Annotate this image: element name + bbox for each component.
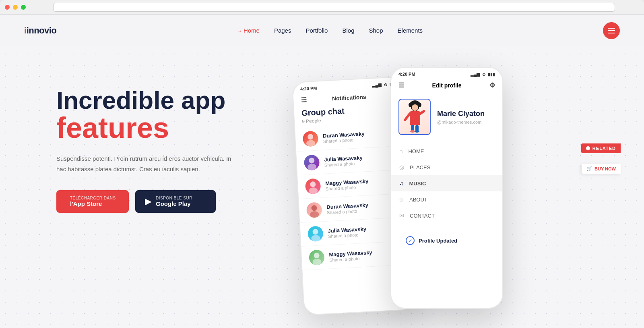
- hamburger-menu-button[interactable]: [603, 22, 620, 39]
- profile-info: Marie Clyaton @mikado-themes.com: [437, 110, 485, 125]
- buynow-side-tab[interactable]: 🛒 BUY NOW: [582, 164, 621, 174]
- menu-label-contact: CONTACT: [410, 213, 435, 219]
- svg-point-7: [310, 211, 319, 218]
- phone-profile: 4:20 PM ▂▄▆ ⊙ ▮▮▮ ☰ Edit profile ⚙: [390, 67, 503, 309]
- battery-icon-2: ▮▮▮: [488, 72, 495, 77]
- nav-link-home[interactable]: Home: [244, 27, 260, 34]
- nav-link-pages[interactable]: Pages: [274, 27, 291, 34]
- menu-item-home[interactable]: ⌂ HOME: [391, 143, 502, 159]
- googleplay-button[interactable]: ▶ DISPONIBLE SUR Google Play: [135, 190, 216, 213]
- nav-link-blog[interactable]: Blog: [342, 27, 354, 34]
- menu-label-places: PLACES: [410, 164, 430, 170]
- svg-point-0: [308, 134, 314, 140]
- svg-point-8: [312, 229, 318, 235]
- nav-links: Home Pages Portfolio Blog Shop Elements: [237, 27, 423, 34]
- maximize-dot[interactable]: [21, 5, 26, 10]
- profile-avatar-box: [398, 99, 431, 135]
- nav-item-blog[interactable]: Blog: [342, 27, 354, 34]
- logo[interactable]: iinnovio: [24, 25, 56, 36]
- menu-label-about: ABOUT: [409, 197, 427, 203]
- nav-link-elements[interactable]: Elements: [398, 27, 423, 34]
- browser-chrome: [0, 0, 644, 15]
- phone2-header: ☰ Edit profile ⚙: [391, 78, 502, 94]
- hero-text-block: Incredible app features Suspendisse pote…: [56, 71, 258, 213]
- googleplay-main-label: Google Play: [156, 200, 192, 207]
- hero-description: Suspendisse potenti. Proin rutrum arcu i…: [56, 154, 233, 174]
- svg-point-2: [309, 158, 315, 164]
- appstore-button[interactable]: Télécharger dans l'App Store: [56, 190, 129, 213]
- svg-point-22: [410, 130, 415, 133]
- hero-title: Incredible app features: [56, 87, 258, 142]
- chat-info-5: Julia Wasavsky Shared a photo: [328, 224, 395, 239]
- menu-label-home: HOME: [408, 148, 424, 154]
- burger-line-3: [608, 33, 615, 33]
- phone1-hamburger-icon: ☰: [301, 96, 307, 104]
- svg-rect-16: [410, 111, 420, 125]
- avatar-4: [306, 202, 322, 218]
- profile-updated-text: Profile Updated: [419, 238, 457, 244]
- close-dot[interactable]: [5, 5, 10, 10]
- play-icon: ▶: [145, 196, 152, 207]
- svg-point-5: [309, 187, 318, 194]
- avatar-5: [308, 226, 324, 242]
- phone2-filter-icon: ⚙: [489, 81, 495, 89]
- signal-icon: ▂▄▆: [372, 83, 382, 87]
- hero-title-line2: features: [56, 113, 258, 142]
- svg-line-18: [405, 114, 410, 120]
- nav-item-pages[interactable]: Pages: [274, 27, 291, 34]
- hero-title-line1: Incredible app: [56, 86, 225, 114]
- url-bar[interactable]: [53, 3, 615, 12]
- related-dot-icon: [586, 146, 590, 150]
- phone2-hamburger-icon: ☰: [398, 81, 404, 89]
- googleplay-text: DISPONIBLE SUR Google Play: [156, 196, 192, 207]
- nav-item-shop[interactable]: Shop: [369, 27, 383, 34]
- menu-item-music[interactable]: ♫ MUSIC: [391, 175, 502, 191]
- chat-info-1: Duran Wasavsky Shared a photo: [323, 129, 390, 144]
- navbar: iinnovio Home Pages Portfolio Blog Shop …: [0, 15, 644, 47]
- avatar-6: [309, 249, 325, 266]
- phone2-header-title: Edit profile: [432, 82, 461, 89]
- svg-point-1: [306, 140, 316, 147]
- places-menu-icon: ◎: [399, 164, 404, 170]
- profile-menu: ⌂ HOME ◎ PLACES ♫ MUSIC ◇ ABOUT: [391, 140, 502, 227]
- profile-updated-bar: ✓ Profile Updated: [398, 231, 496, 250]
- googleplay-sub-label: DISPONIBLE SUR: [156, 196, 192, 200]
- wifi-icon-2: ⊙: [482, 72, 485, 77]
- avatar-3: [305, 178, 321, 194]
- phone1-header-title: Notifications: [332, 93, 366, 102]
- hero-buttons: Télécharger dans l'App Store ▶ DISPONIBL…: [56, 190, 258, 213]
- avatar-2: [304, 154, 320, 170]
- nav-item-portfolio[interactable]: Portfolio: [305, 27, 328, 34]
- phone2-statusbar: 4:20 PM ▂▄▆ ⊙ ▮▮▮: [391, 68, 502, 78]
- person-illustration: [402, 100, 428, 134]
- svg-line-19: [420, 111, 424, 114]
- related-side-tab[interactable]: RELATED: [581, 143, 621, 153]
- appstore-text: Télécharger dans l'App Store: [70, 196, 116, 207]
- check-circle-icon: ✓: [406, 236, 415, 245]
- minimize-dot[interactable]: [13, 5, 18, 10]
- about-menu-icon: ◇: [399, 196, 404, 203]
- svg-point-11: [312, 259, 322, 266]
- appstore-main-label: l'App Store: [70, 200, 116, 207]
- menu-item-places[interactable]: ◎ PLACES: [391, 159, 502, 175]
- signal-icon-2: ▂▄▆: [471, 72, 480, 77]
- menu-item-contact[interactable]: ✉ CONTACT: [391, 208, 502, 224]
- phone1-time: 4:20 PM: [300, 85, 317, 91]
- menu-item-about[interactable]: ◇ ABOUT: [391, 191, 502, 208]
- chat-info-6: Maggy Wasavsky Shared a photo: [329, 248, 396, 262]
- nav-item-home[interactable]: Home: [237, 27, 260, 34]
- nav-item-elements[interactable]: Elements: [398, 27, 423, 34]
- svg-point-6: [311, 205, 317, 211]
- nav-link-shop[interactable]: Shop: [369, 27, 383, 34]
- nav-link-portfolio[interactable]: Portfolio: [305, 27, 328, 34]
- profile-avatar-area: Marie Clyaton @mikado-themes.com: [391, 94, 502, 140]
- chat-info-3: Maggy Wasavsky Shared a photo: [325, 177, 392, 191]
- profile-name: Marie Clyaton: [437, 110, 485, 118]
- svg-point-3: [308, 164, 317, 170]
- profile-username: @mikado-themes.com: [437, 120, 485, 125]
- related-tab-label: RELATED: [592, 146, 616, 151]
- avatar-1: [302, 131, 318, 147]
- home-menu-icon: ⌂: [399, 148, 402, 154]
- logo-text: innovio: [27, 25, 57, 35]
- hero-section: Incredible app features Suspendisse pote…: [0, 47, 644, 328]
